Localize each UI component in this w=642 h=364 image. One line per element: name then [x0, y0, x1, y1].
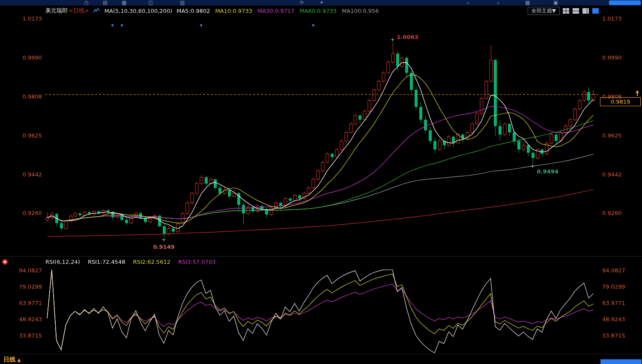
star-icon[interactable]: ✦	[320, 0, 324, 6]
price-axis-label: 0.9990	[602, 54, 622, 61]
period-tag: <日线>	[69, 7, 89, 15]
rsi-axis-label: 79.0299	[602, 283, 625, 290]
price-axis-label: 0.9990	[0, 54, 42, 61]
rsi-axis-label: 94.0827	[0, 267, 42, 274]
rsi-axis-label: 48.9243	[0, 316, 42, 322]
rsi-legend-item: RSI3:57.0703	[178, 259, 216, 265]
refresh-icon[interactable]: ⟳	[300, 0, 304, 6]
rsi-axis-label: 63.9771	[0, 300, 42, 306]
layers-icon[interactable]: ▥	[180, 0, 185, 6]
chart-icon[interactable]: ▤	[103, 0, 107, 6]
rsi-legend-item: RSI1:72.4548	[88, 259, 125, 265]
trading-app-window: ◷▤▦◫▥⟳✦⌕⌕▦▣ 美元瑞郎 <日线> MA(5,10,30,60,100,…	[0, 0, 642, 364]
theme-selector-button[interactable]: 全部主题▼	[528, 7, 560, 15]
rsi-axis-label: 63.9771	[602, 300, 625, 306]
price-axis-label: 0.9808	[0, 93, 42, 100]
window-icon[interactable]: ▣	[553, 0, 558, 6]
price-axis-label: 0.9260	[0, 210, 42, 216]
kline-icon	[93, 8, 100, 14]
price-axis-label: 0.9442	[0, 171, 42, 178]
apps-icon[interactable]: ▦	[525, 0, 530, 6]
toolbar-blue-button[interactable]	[609, 0, 641, 5]
price-axis-label: 0.9625	[0, 132, 42, 139]
rsi-header: RSI(6,12,24) RSI1:72.4548RSI2:62.5612RSI…	[0, 257, 642, 266]
ma-legend: MA5:0.9802MA10:0.9733MA30:0.9717MA60:0.9…	[176, 8, 379, 14]
ma-legend-item: MA100:0.956	[342, 8, 379, 14]
scrollbar-thumb[interactable]	[600, 359, 642, 364]
ma-legend-item: MA5:0.9802	[176, 8, 210, 14]
ma-legend-item: MA10:0.9733	[215, 8, 252, 14]
ma-legend-item: MA60:0.9733	[300, 8, 337, 14]
panel-icon[interactable]: ◫	[148, 0, 153, 6]
layout-single-icon[interactable]	[592, 8, 599, 14]
price-axis-label: 1.0173	[602, 15, 622, 22]
grid-icon[interactable]: ▦	[122, 0, 126, 6]
main-chart-canvas[interactable]	[0, 0, 642, 364]
ma-settings-label: MA(5,10,30,60,100,200)	[105, 8, 172, 14]
period-switch-label: 日线	[3, 356, 15, 363]
period-switch[interactable]: 日线▲	[3, 356, 21, 364]
chart-header: 美元瑞郎 <日线> MA(5,10,30,60,100,200) MA5:0.9…	[0, 6, 642, 16]
search-icon[interactable]: ⌕	[497, 0, 500, 6]
price-axis-label: 0.9260	[602, 210, 622, 216]
record-dot-icon[interactable]	[2, 259, 8, 265]
period-up-arrow-icon: ▲	[17, 357, 21, 363]
layout-split-icon[interactable]	[582, 8, 589, 14]
price-axis-label: 0.9442	[602, 171, 622, 178]
price-axis-label: 0.9808	[602, 93, 622, 100]
price-axis-label: 0.9625	[602, 132, 622, 139]
layout-rows-icon[interactable]	[572, 8, 579, 14]
clock-icon[interactable]: ◷	[84, 0, 88, 6]
top-toolbar: ◷▤▦◫▥⟳✦⌕⌕▦▣	[0, 0, 642, 6]
rsi-legend: RSI1:72.4548RSI2:62.5612RSI3:57.0703	[88, 259, 216, 265]
price-axis-label: 1.0173	[0, 15, 42, 22]
header-right-controls: 全部主题▼	[528, 7, 642, 15]
rsi-axis-label: 79.0299	[0, 283, 42, 290]
rsi-settings-label: RSI(6,12,24)	[45, 259, 80, 265]
rsi-axis-label: 33.8715	[602, 332, 625, 339]
ma-legend-item: MA30:0.9717	[257, 8, 295, 14]
layout-2x2-icon[interactable]	[562, 8, 570, 14]
symbol-name: 美元瑞郎	[45, 7, 68, 15]
zoom-icon[interactable]: ⌕	[467, 0, 470, 6]
rsi-legend-item: RSI2:62.5612	[133, 259, 170, 265]
rsi-axis-label: 94.0827	[602, 267, 625, 274]
time-axis-bar: 日线▲	[0, 355, 642, 364]
rsi-axis-label: 48.9243	[602, 316, 625, 322]
rsi-axis-label: 33.8715	[0, 332, 42, 339]
